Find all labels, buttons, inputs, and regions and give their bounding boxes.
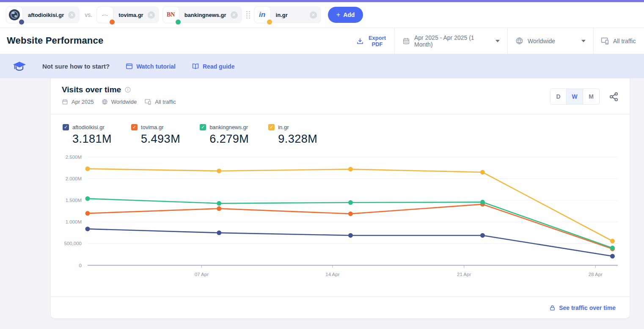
svg-text:2.500M: 2.500M [66, 155, 82, 160]
svg-text:500,000: 500,000 [64, 241, 82, 246]
legend-label: bankingnews.gr [209, 124, 248, 130]
devices-icon [144, 98, 151, 105]
legend-value: 9.328M [278, 133, 317, 146]
site-chip-tovima[interactable]: -··- tovima.gr ✕ [96, 6, 159, 23]
site-chip-bankingnews[interactable]: BN bankingnews.gr ✕ [162, 6, 242, 23]
vs-label: vs. [85, 11, 92, 18]
main-content: Visits over time Apr 2025 Worldwide [0, 78, 644, 329]
remove-site-icon[interactable]: ✕ [310, 11, 317, 19]
video-tutorial-icon [126, 63, 133, 70]
download-icon [356, 37, 364, 45]
globe-icon [102, 99, 108, 105]
svg-text:2.000M: 2.000M [66, 176, 82, 181]
chevron-down-icon [495, 40, 500, 42]
series-color-dot [110, 19, 115, 25]
svg-text:0: 0 [79, 263, 82, 268]
see-traffic-link[interactable]: See traffic over time [549, 304, 616, 311]
add-site-button[interactable]: + Add [328, 7, 363, 23]
site-favicon: BN [162, 6, 179, 23]
export-pdf-button[interactable]: Export PDF [349, 28, 394, 54]
in-favicon-icon: in [259, 11, 265, 19]
calendar-icon [62, 99, 68, 105]
site-favicon: -··- [96, 6, 113, 23]
region-selector[interactable]: Worldwide [507, 28, 593, 54]
export-pdf-label: Export PDF [367, 35, 388, 47]
legend-value: 6.279M [209, 133, 249, 146]
page-header: Website Performance Export PDF Apr 2025 … [0, 28, 644, 54]
granularity-month-button[interactable]: M [583, 88, 600, 105]
banner-question: Not sure how to start? [42, 63, 110, 70]
remove-site-icon[interactable]: ✕ [148, 11, 155, 19]
compare-chip-bar: aftodioikisi.gr ✕ vs. -··- tovima.gr ✕ B… [0, 2, 644, 28]
site-favicon: in [254, 6, 271, 23]
filter-date-label: Apr 2025 [72, 99, 94, 105]
svg-text:21 Apr: 21 Apr [457, 272, 471, 277]
plus-icon: + [336, 11, 340, 19]
series-color-dot [176, 19, 181, 25]
drag-handle-icon[interactable] [246, 11, 250, 19]
site-domain-label: in.gr [271, 12, 310, 18]
legend-label: tovima.gr [141, 124, 163, 130]
svg-text:28 Apr: 28 Apr [589, 272, 603, 277]
site-domain-label: tovima.gr [113, 12, 148, 18]
chevron-down-icon [581, 40, 586, 42]
chart-title: Visits over time [62, 85, 121, 94]
add-button-label: Add [343, 11, 355, 18]
legend-checkbox[interactable]: ✓ [200, 124, 206, 130]
traffic-label: All traffic [613, 38, 636, 44]
granularity-week-button[interactable]: W [567, 88, 583, 105]
card-header: Visits over time Apr 2025 Worldwide [51, 78, 630, 114]
lock-icon [549, 304, 556, 311]
series-color-dot [19, 19, 24, 25]
legend-item-in[interactable]: ✓ in.gr 9.328M [268, 124, 317, 146]
site-domain-label: aftodioikisi.gr [23, 12, 68, 18]
legend-checkbox[interactable]: ✓ [268, 124, 275, 130]
graduation-cap-icon [13, 61, 26, 72]
svg-text:1.000M: 1.000M [66, 219, 82, 224]
traffic-channel-selector[interactable]: All traffic [593, 28, 644, 54]
series-color-dot [267, 19, 272, 25]
remove-site-icon[interactable]: ✕ [231, 11, 238, 19]
legend-item-bankingnews[interactable]: ✓ bankingnews.gr 6.279M [200, 124, 249, 146]
granularity-day-button[interactable]: D [550, 88, 567, 105]
svg-text:14 Apr: 14 Apr [325, 272, 339, 277]
globe-icon [515, 37, 523, 45]
site-chip-aftodioikisi[interactable]: aftodioikisi.gr ✕ [6, 6, 80, 23]
globe-favicon-icon [9, 9, 20, 20]
legend-item-tovima[interactable]: ✓ tovima.gr 5.493M [131, 124, 180, 146]
tovima-favicon-icon: -··- [102, 14, 107, 17]
site-domain-label: bankingnews.gr [179, 12, 231, 18]
remove-site-icon[interactable]: ✕ [68, 11, 75, 19]
region-label: Worldwide [528, 38, 555, 44]
date-range-label: Apr 2025 - Apr 2025 (1 Month) [414, 34, 491, 48]
legend-value: 5.493M [141, 133, 180, 146]
legend-item-aftodioikisi[interactable]: ✓ aftodioikisi.gr 3.181M [63, 124, 112, 146]
share-icon[interactable] [609, 92, 619, 102]
onboarding-banner: Not sure how to start? Watch tutorial Re… [0, 54, 644, 78]
read-guide-link[interactable]: Read guide [192, 63, 234, 70]
watch-tutorial-label: Watch tutorial [136, 63, 176, 70]
book-icon [192, 63, 199, 70]
date-range-selector[interactable]: Apr 2025 - Apr 2025 (1 Month) [394, 28, 507, 54]
devices-icon [600, 36, 609, 45]
legend-checkbox[interactable]: ✓ [131, 124, 138, 130]
svg-text:07 Apr: 07 Apr [195, 272, 209, 277]
watch-tutorial-link[interactable]: Watch tutorial [126, 63, 176, 70]
page-title: Website Performance [0, 28, 349, 54]
see-traffic-label: See traffic over time [559, 304, 616, 311]
filter-region-label: Worldwide [111, 99, 137, 105]
filter-traffic-label: All traffic [155, 99, 176, 105]
card-footer: See traffic over time [51, 296, 630, 318]
info-icon[interactable] [124, 86, 131, 93]
bn-favicon-icon: BN [167, 11, 175, 18]
legend-checkbox[interactable]: ✓ [63, 124, 69, 130]
svg-text:1.500M: 1.500M [66, 198, 82, 203]
chart-legend: ✓ aftodioikisi.gr 3.181M ✓ tovima.gr 5.4… [63, 124, 317, 146]
site-chip-in[interactable]: in in.gr ✕ [254, 6, 321, 23]
visits-over-time-card: Visits over time Apr 2025 Worldwide [51, 78, 630, 318]
legend-label: aftodioikisi.gr [72, 124, 105, 130]
granularity-toggle: D W M [550, 88, 600, 105]
visits-line-chart: 2.500M2.000M1.500M1.000M500,000007 Apr14… [88, 155, 618, 282]
calendar-icon [402, 37, 410, 45]
chart-filters: Apr 2025 Worldwide All traffic [62, 98, 176, 105]
